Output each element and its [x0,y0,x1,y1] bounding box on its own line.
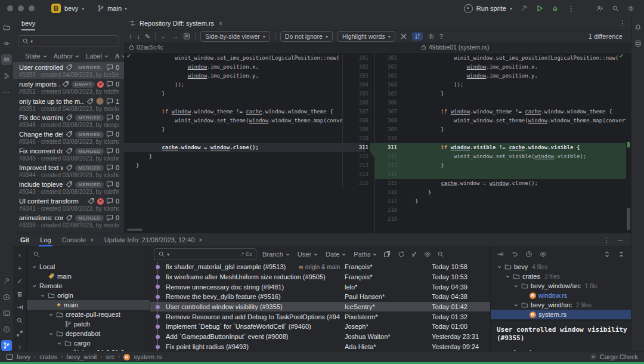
changed-file-item[interactable]: Rwindow.rs [491,291,631,300]
git-tab-log[interactable]: Log [40,233,51,246]
pr-list-item[interactable]: only take up to the m... 1 #9351 · creat… [13,95,124,112]
compare-icon[interactable] [497,251,504,258]
vcs-branch-selector[interactable]: main ▾ [97,5,127,12]
match-case-toggle[interactable]: Cc [246,251,252,257]
database-tool-icon[interactable] [633,38,643,49]
history-clock-icon[interactable] [525,251,532,258]
pr-list-item[interactable]: Fix incorrent do... MERGED0 #9345 · crea… [13,146,124,162]
regex-toggle[interactable]: .* [240,251,244,257]
expand-branches-icon[interactable] [14,329,25,338]
branch-tree-item[interactable]: ★main [27,300,150,310]
changed-file-item[interactable]: bevy_winit/src2 files [491,300,631,310]
log-filter-user[interactable]: User [298,251,318,258]
chevron-down-icon[interactable] [48,331,54,337]
branch-tree-item[interactable]: patch [27,319,150,329]
git-tab-update[interactable]: Update Info: 21/08/2023, 12:40× [104,233,203,246]
commit-row[interactable]: Add `GamepadButtonInput` event (#9008) J… [150,332,490,342]
structure-tool-icon[interactable] [1,70,12,81]
search-graph-icon[interactable] [437,251,444,258]
pr-panel-tab[interactable]: bevy [21,20,35,30]
services-tool-icon[interactable] [1,292,12,303]
breadcrumb-item[interactable]: src [106,353,115,360]
log-filter-date[interactable]: Date [326,251,346,258]
settings-gear-icon[interactable] [627,5,634,12]
tab-options-kebab-icon[interactable]: ⋮ [619,19,626,27]
project-tool-icon[interactable] [1,22,12,33]
chevron-down-icon[interactable] [32,264,37,270]
panel-options-kebab-icon[interactable]: ⋮ [603,236,609,244]
project-widget-icon[interactable] [6,353,13,360]
whitespace-mode-select[interactable]: Do not ignore▾ [280,31,333,42]
cargo-check-widget[interactable]: Cargo Check [590,353,638,360]
changed-file-item[interactable]: Rsystem.rs [491,310,631,319]
breadcrumb[interactable]: bevy›crates›bevy_winit›src›Rsystem.rs [17,353,162,360]
view-options-eye-icon[interactable] [424,251,431,258]
commit-row[interactable]: fix shader_material_glsl example (#9513)… [150,262,490,272]
code-with-me-icon[interactable] [596,5,603,12]
chevron-down-icon[interactable] [40,293,45,298]
delete-branch-icon[interactable] [14,289,25,299]
branch-tree-item[interactable]: dependabot [27,329,150,338]
terminal-tool-icon[interactable] [1,308,12,319]
commit-row[interactable]: User controlled window visibility (#9355… [150,302,490,312]
branch-tree-item[interactable]: origin [27,291,150,300]
more-tools-icon[interactable]: ⋯ [1,87,12,97]
hide-panel-icon[interactable]: ─ [618,236,623,244]
window-close-button[interactable] [7,5,13,11]
run-button[interactable] [536,5,543,12]
breadcrumb-item[interactable]: bevy [17,353,30,360]
pr-list-item[interactable]: Change the def... MERGED0 #9346 · create… [13,129,124,146]
collapse-unchanged-icon[interactable] [400,33,407,40]
commit-row[interactable]: Implement `Debug` for `UnsafeWorldCell` … [150,322,490,332]
pr-list-item[interactable]: UI content transform ×0 #9341 · created … [13,196,124,212]
horizontal-scrollbar-thumb[interactable] [127,229,143,231]
commit-tool-icon[interactable] [1,38,12,49]
project-selector[interactable]: B bevy ▾ [51,4,84,13]
notifications-bell-icon[interactable] [633,22,643,33]
search-branches-icon[interactable] [14,316,25,325]
search-icon[interactable] [612,5,619,12]
log-filter-paths[interactable]: Paths [354,251,377,258]
branch-tree-item[interactable]: create-pull-request [27,310,150,319]
expand-all-icon[interactable] [603,251,611,258]
diff-left-pane[interactable]: winit_window.set_ime_position(LogicalPos… [124,51,374,233]
changed-files-list-icon[interactable] [183,33,190,40]
edit-source-icon[interactable]: ✎ [145,33,150,41]
synchronize-scrolling-toggle[interactable] [412,32,423,41]
pr-search-input[interactable]: ▾ [18,35,119,47]
pr-filter-label[interactable]: Label [86,53,109,60]
diff-settings-gear-icon[interactable] [428,33,435,40]
pr-list-item[interactable]: User controlled ... MERGED0 #9355 · crea… [13,62,124,79]
pr-filter-state[interactable]: State [25,53,48,60]
window-zoom-button[interactable] [29,5,35,11]
pr-list-item[interactable]: animations: con... MERGED0 #9338 · creat… [13,212,124,229]
changed-file-item[interactable]: crates3 files [491,272,631,281]
branch-search-input[interactable] [27,246,150,262]
more-actions-kebab-icon[interactable]: ⋮ [567,5,575,13]
pr-list-item[interactable]: Fix doc warning... MERGED0 #9348 · creat… [13,112,124,129]
run-configuration-selector[interactable]: Run sprite ▾ [464,4,512,13]
branch-tree-item[interactable]: main [27,272,150,281]
pr-filter-a[interactable]: A [115,53,124,60]
new-branch-icon[interactable]: + [14,263,25,273]
scrollbar-thumb[interactable] [627,208,630,230]
pull-requests-tool-icon[interactable] [1,54,12,65]
pr-list-item[interactable]: Improved text w... MERGED0 #9344 · creat… [13,162,124,179]
chevron-down-icon[interactable] [104,54,109,59]
editor-scrollbar[interactable] [626,51,631,233]
branch-tree-item[interactable]: cargo [27,338,150,348]
preview-eye-icon[interactable] [540,251,547,258]
build-tool-icon[interactable] [1,276,12,286]
navigate-to-branch-icon[interactable] [14,303,25,312]
chevron-down-icon[interactable] [285,252,290,257]
commit-row[interactable]: fix wireframe after MeshUniform size red… [150,272,490,282]
chevron-down-icon[interactable] [75,54,80,59]
pr-filter-author[interactable]: Author [54,53,80,60]
breadcrumb-item[interactable]: bevy_winit [66,353,97,360]
prev-difference-icon[interactable]: ↑ [129,33,132,40]
chevron-down-icon[interactable] [32,283,37,289]
collapse-branches-icon[interactable]: ‹ [14,250,25,260]
branch-tree-item[interactable]: Remote [27,281,150,291]
close-tab-icon[interactable]: × [199,237,203,243]
chevron-down-icon[interactable] [313,252,318,257]
